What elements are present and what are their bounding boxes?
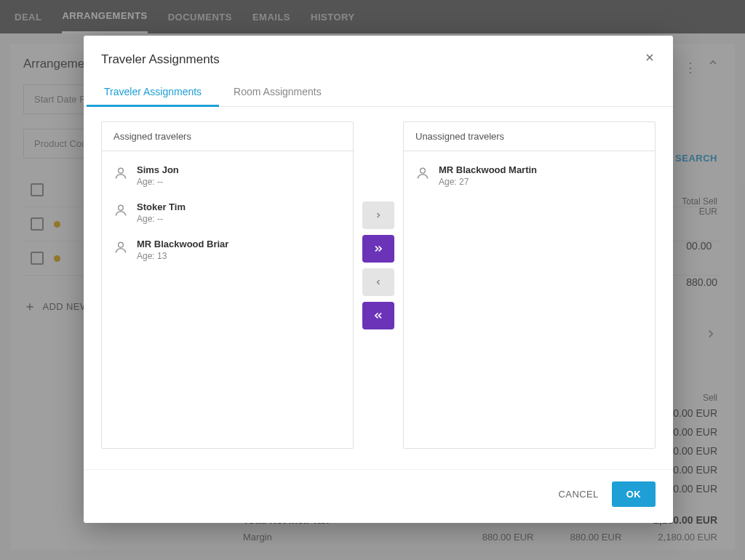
transfer-buttons: [362, 201, 394, 329]
traveler-age: Age: 13: [137, 251, 228, 261]
svg-point-5: [421, 168, 426, 173]
svg-point-3: [119, 205, 124, 210]
traveler-item[interactable]: Sims Jon Age: --: [106, 157, 348, 194]
move-all-right-button[interactable]: [362, 235, 394, 263]
person-icon: [113, 166, 128, 180]
traveler-name: Stoker Tim: [137, 201, 186, 212]
svg-point-2: [119, 168, 124, 173]
person-icon: [415, 166, 430, 180]
assigned-panel-header: Assigned travelers: [102, 122, 353, 151]
traveler-item[interactable]: MR Blackwood Briar Age: 13: [106, 231, 348, 268]
traveler-name: MR Blackwood Martin: [439, 164, 537, 175]
unassigned-travelers-panel: Unassigned travelers MR Blackwood Martin…: [403, 121, 656, 449]
tab-room-assignments[interactable]: Room Assignments: [231, 77, 324, 106]
move-right-button[interactable]: [362, 201, 394, 229]
traveler-item[interactable]: MR Blackwood Martin Age: 27: [408, 157, 650, 194]
traveler-age: Age: 27: [439, 177, 537, 187]
traveler-name: Sims Jon: [137, 164, 179, 175]
close-button[interactable]: [644, 52, 656, 67]
tab-traveler-assignments[interactable]: Traveler Assignments: [101, 77, 204, 106]
assigned-travelers-panel: Assigned travelers Sims Jon Age: -- Stok…: [101, 121, 354, 449]
chevron-right-icon: [374, 211, 383, 220]
traveler-age: Age: --: [137, 177, 179, 187]
double-chevron-right-icon: [372, 244, 384, 254]
unassigned-panel-header: Unassigned travelers: [404, 122, 655, 151]
svg-point-4: [119, 242, 124, 247]
modal-title: Traveler Assignments: [101, 52, 220, 67]
traveler-age: Age: --: [137, 214, 186, 224]
cancel-button[interactable]: CANCEL: [559, 489, 599, 500]
move-all-left-button[interactable]: [362, 302, 394, 329]
chevron-left-icon: [374, 278, 383, 287]
double-chevron-left-icon: [372, 311, 384, 321]
person-icon: [113, 203, 128, 217]
traveler-item[interactable]: Stoker Tim Age: --: [106, 194, 348, 231]
ok-button[interactable]: OK: [612, 481, 656, 507]
move-left-button[interactable]: [362, 268, 394, 296]
person-icon: [113, 240, 128, 255]
traveler-assignments-modal: Traveler Assignments Traveler Assignment…: [84, 36, 673, 523]
traveler-name: MR Blackwood Briar: [137, 239, 228, 249]
